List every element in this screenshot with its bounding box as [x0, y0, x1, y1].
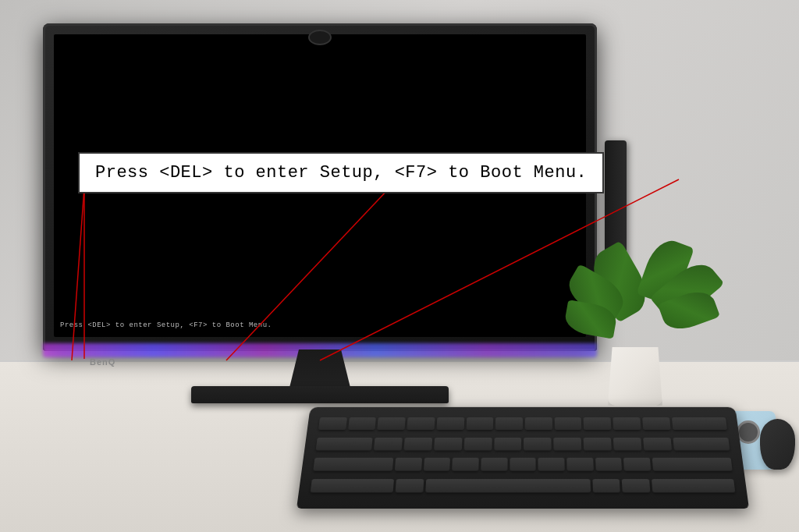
svg-line-1: [72, 187, 84, 360]
svg-line-2: [226, 187, 390, 360]
svg-line-3: [320, 179, 679, 360]
callout-box: Press <DEL> to enter Setup, <F7> to Boot…: [78, 152, 604, 193]
annotation-lines: [0, 0, 799, 532]
